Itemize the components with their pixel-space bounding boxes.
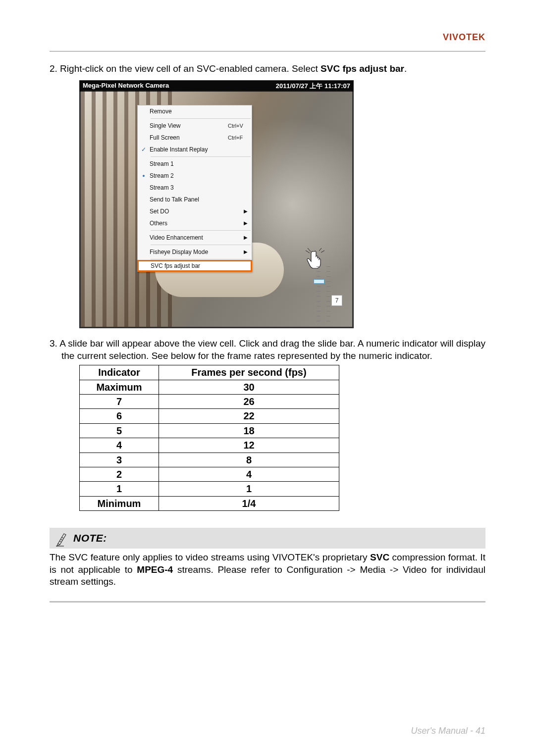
check-icon: ✓ [138, 146, 150, 153]
table-row: 412 [80, 438, 339, 453]
table-row: 726 [80, 394, 339, 408]
note-text-0: The SVC feature only applies to video st… [50, 552, 370, 562]
brand-name: VIVOTEK [443, 32, 485, 43]
step-2-suffix: . [404, 63, 407, 74]
camera-title-right: 2011/07/27 上午 11:17:07 [276, 82, 350, 91]
col-indicator: Indicator [80, 365, 159, 380]
menu-item[interactable]: Set DO▶ [138, 205, 252, 217]
menu-item[interactable]: Video Enhancement▶ [138, 232, 252, 244]
cell-indicator: 7 [80, 394, 159, 408]
camera-titlebar: Mega-Pixel Network Camera 2011/07/27 上午 … [80, 81, 353, 92]
step-3-text: 3. A slide bar will appear above the vie… [50, 338, 485, 361]
table-row: 38 [80, 453, 339, 467]
svg-line-6 [60, 539, 62, 540]
cell-indicator: 2 [80, 467, 159, 481]
cell-fps: 18 [159, 423, 339, 438]
note-body: The SVC feature only applies to video st… [50, 552, 485, 588]
svg-line-7 [61, 537, 63, 538]
menu-item[interactable]: Remove [138, 105, 252, 117]
note-bottom-rule [50, 601, 485, 603]
menu-item-label: Stream 3 [150, 184, 252, 191]
menu-item-label: Set DO [150, 208, 252, 215]
screenshot-figure: Mega-Pixel Network Camera 2011/07/27 上午 … [79, 80, 485, 328]
step-2: 2. Right-click on the view cell of an SV… [50, 62, 485, 75]
menu-item-label: Video Enhancement [150, 234, 252, 241]
menu-item[interactable]: Stream 3 [138, 182, 252, 194]
menu-item-label: Full Screen [150, 134, 228, 141]
menu-item[interactable]: Single ViewCtrl+V [138, 120, 252, 132]
cell-indicator: 1 [80, 482, 159, 496]
menu-separator [151, 230, 251, 231]
note-bold-svc: SVC [370, 552, 389, 562]
content: 2. Right-click on the view cell of an SV… [50, 51, 485, 603]
cell-fps: 4 [159, 467, 339, 481]
svg-line-3 [321, 251, 324, 252]
step-2-bold: SVC fps adjust bar [321, 63, 404, 74]
step-3: 3. A slide bar will appear above the vie… [50, 337, 485, 362]
page: VIVOTEK 2. Right-click on the view cell … [0, 0, 535, 756]
cell-indicator: 4 [80, 438, 159, 453]
cell-indicator: Maximum [80, 380, 159, 394]
table-row: 622 [80, 409, 339, 423]
menu-separator [151, 245, 251, 245]
menu-item[interactable]: Send to Talk Panel [138, 194, 252, 205]
cell-indicator: Minimum [80, 496, 159, 510]
menu-item-label: Fisheye Display Mode [150, 249, 252, 255]
menu-shortcut: Ctrl+F [228, 135, 252, 141]
menu-item[interactable]: Stream 1 [138, 158, 252, 170]
submenu-arrow-icon: ▶ [244, 220, 248, 226]
menu-item[interactable]: Others▶ [138, 217, 252, 229]
note-block: NOTE: The SVC feature only applies to vi… [50, 528, 485, 603]
menu-separator [151, 118, 251, 119]
menu-item-label: Enable Instant Replay [150, 146, 252, 153]
menu-item-label: Remove [150, 108, 252, 115]
menu-item[interactable]: Full ScreenCtrl+F [138, 132, 252, 144]
menu-item[interactable]: Fisheye Display Mode▶ [138, 246, 252, 258]
submenu-arrow-icon: ▶ [244, 249, 248, 254]
svg-line-5 [59, 541, 61, 542]
svg-line-1 [308, 248, 311, 252]
submenu-arrow-icon: ▶ [244, 208, 248, 214]
menu-item[interactable]: ●Stream 2 [138, 170, 252, 182]
slider-ticks-left [317, 266, 321, 325]
cell-indicator: 5 [80, 423, 159, 438]
table-row: Maximum30 [80, 380, 339, 394]
table-row: Minimum1/4 [80, 496, 339, 510]
cell-fps: 1/4 [159, 496, 339, 510]
svc-slider[interactable]: 7 [313, 266, 342, 325]
menu-item[interactable]: ✓Enable Instant Replay [138, 144, 252, 155]
cell-indicator: 3 [80, 453, 159, 467]
note-heading: NOTE: [73, 532, 107, 544]
menu-item[interactable]: SVC fps adjust bar [137, 260, 252, 272]
camera-title-left: Mega-Pixel Network Camera [83, 82, 169, 91]
step-2-prefix: 2. Right-click on the view cell of an SV… [50, 63, 321, 74]
submenu-arrow-icon: ▶ [244, 235, 248, 240]
svg-line-2 [319, 248, 321, 251]
menu-item-label: Stream 1 [150, 160, 252, 167]
menu-item-label: Stream 2 [150, 172, 252, 179]
table-row: 11 [80, 482, 339, 496]
note-bold-mpeg4: MPEG-4 [137, 564, 173, 575]
menu-item-label: Others [150, 220, 252, 227]
cell-fps: 26 [159, 394, 339, 408]
table-row: 24 [80, 467, 339, 481]
col-fps: Frames per second (fps) [159, 365, 339, 380]
pencil-icon [54, 530, 68, 547]
menu-shortcut: Ctrl+V [228, 123, 252, 129]
slider-thumb[interactable] [314, 279, 324, 284]
menu-item-label: Send to Talk Panel [150, 196, 252, 203]
cell-fps: 8 [159, 453, 339, 467]
cell-fps: 30 [159, 380, 339, 394]
context-menu[interactable]: RemoveSingle ViewCtrl+VFull ScreenCtrl+F… [137, 105, 252, 272]
cell-fps: 1 [159, 482, 339, 496]
menu-item-label: SVC fps adjust bar [151, 262, 251, 269]
menu-separator [151, 259, 251, 259]
page-footer: User's Manual - 41 [411, 726, 486, 736]
cell-indicator: 6 [80, 409, 159, 423]
menu-item-label: Single View [150, 122, 228, 129]
slider-ticks-right [326, 266, 330, 325]
camera-screenshot: Mega-Pixel Network Camera 2011/07/27 上午 … [79, 80, 354, 328]
table-row: 518 [80, 423, 339, 438]
note-header: NOTE: [50, 528, 485, 549]
cell-fps: 12 [159, 438, 339, 453]
